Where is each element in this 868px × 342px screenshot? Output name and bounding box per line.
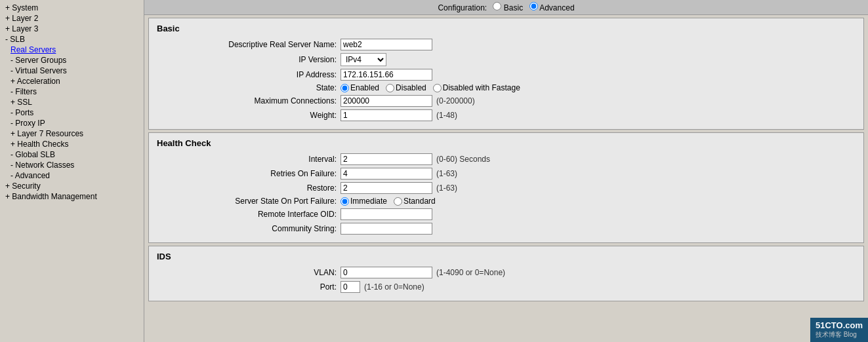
server-name-row: Descriptive Real Server Name: [157, 39, 856, 50]
sidebar: + System + Layer 2 + Layer 3 - SLB Real … [0, 0, 144, 342]
sidebar-item-virtual-servers[interactable]: - Virtual Servers [0, 66, 144, 76]
sidebar-item-security[interactable]: + Security [0, 181, 144, 191]
config-label: Configuration: [438, 3, 487, 12]
weight-label: Weight: [157, 111, 341, 120]
sidebar-item-server-groups[interactable]: - Server Groups [0, 55, 144, 66]
sidebar-item-acceleration[interactable]: + Acceleration [0, 76, 144, 86]
config-basic-radio-label[interactable]: Basic [493, 3, 525, 12]
ip-address-row: IP Address: [157, 69, 856, 81]
state-radio-group: Enabled Disabled Disabled with Fastage [341, 83, 520, 92]
sidebar-item-filters[interactable]: - Filters [0, 86, 144, 97]
state-label: State: [157, 83, 341, 92]
sidebar-item-proxy-ip[interactable]: - Proxy IP [0, 118, 144, 128]
state-enabled-radio[interactable] [341, 84, 349, 92]
retries-hint: (1-63) [436, 169, 457, 178]
vlan-input[interactable] [341, 267, 432, 278]
sidebar-item-advanced[interactable]: - Advanced [0, 170, 144, 181]
remote-oid-label: Remote Interface OID: [157, 210, 341, 219]
ids-section: IDS VLAN: (1-4090 or 0=None) Port: (1-16… [148, 246, 864, 301]
watermark-line2: 技术博客 Blog [816, 330, 863, 339]
sidebar-item-slb[interactable]: - SLB [0, 34, 144, 45]
port-hint: (1-16 or 0=None) [364, 282, 424, 292]
basic-section: Basic Descriptive Real Server Name: IP V… [148, 18, 864, 130]
state-disabled-radio[interactable] [386, 84, 394, 92]
community-string-input[interactable] [341, 223, 432, 235]
sidebar-item-real-servers[interactable]: Real Servers [0, 45, 144, 55]
weight-hint: (1-48) [436, 111, 457, 120]
weight-input[interactable] [341, 109, 432, 121]
server-name-input[interactable] [341, 39, 432, 50]
ip-address-label: IP Address: [157, 70, 341, 79]
remote-oid-input[interactable] [341, 208, 432, 220]
community-string-label: Community String: [157, 224, 341, 233]
restore-hint: (1-63) [436, 183, 457, 193]
sidebar-item-ports[interactable]: - Ports [0, 107, 144, 118]
sidebar-item-health-checks[interactable]: + Health Checks [0, 139, 144, 149]
interval-input[interactable] [341, 153, 432, 165]
port-failure-row: Server State On Port Failure: Immediate … [157, 197, 856, 206]
config-bar: Configuration: Basic Advanced [144, 0, 868, 15]
state-disabled-label[interactable]: Disabled [386, 83, 426, 92]
port-label: Port: [157, 282, 341, 292]
vlan-row: VLAN: (1-4090 or 0=None) [157, 267, 856, 278]
state-disabled-fastage-label[interactable]: Disabled with Fastage [433, 83, 520, 92]
interval-label: Interval: [157, 155, 341, 164]
port-failure-radio-group: Immediate Standard [341, 197, 436, 206]
sidebar-item-global-slb[interactable]: - Global SLB [0, 149, 144, 160]
sidebar-item-layer3[interactable]: + Layer 3 [0, 24, 144, 34]
weight-row: Weight: (1-48) [157, 109, 856, 121]
retries-label: Retries On Failure: [157, 169, 341, 178]
remote-oid-row: Remote Interface OID: [157, 208, 856, 220]
ids-title: IDS [157, 252, 856, 261]
port-row: Port: (1-16 or 0=None) [157, 281, 856, 293]
restore-input[interactable] [341, 182, 432, 194]
retries-input[interactable] [341, 168, 432, 180]
interval-hint: (0-60) Seconds [436, 155, 490, 164]
restore-row: Restore: (1-63) [157, 182, 856, 194]
port-failure-standard-radio[interactable] [394, 197, 402, 206]
sidebar-item-layer2[interactable]: + Layer 2 [0, 13, 144, 24]
sidebar-item-bandwidth-mgmt[interactable]: + Bandwidth Management [0, 191, 144, 202]
port-failure-immediate-label[interactable]: Immediate [341, 197, 387, 206]
ip-version-row: IP Version: IPv4 IPv6 [157, 53, 856, 66]
sidebar-item-ssl[interactable]: + SSL [0, 97, 144, 107]
config-advanced-radio-label[interactable]: Advanced [529, 3, 575, 12]
health-check-section: Health Check Interval: (0-60) Seconds Re… [148, 132, 864, 243]
community-string-row: Community String: [157, 223, 856, 235]
max-connections-row: Maximum Connections: (0-200000) [157, 95, 856, 107]
config-advanced-radio[interactable] [529, 2, 538, 10]
config-basic-radio[interactable] [493, 2, 501, 10]
watermark-line1: 51CTO.com [816, 320, 863, 330]
max-connections-hint: (0-200000) [436, 96, 475, 105]
state-disabled-fastage-radio[interactable] [433, 84, 442, 92]
interval-row: Interval: (0-60) Seconds [157, 153, 856, 165]
basic-section-title: Basic [157, 24, 856, 33]
sidebar-item-network-classes[interactable]: - Network Classes [0, 160, 144, 170]
server-name-label: Descriptive Real Server Name: [157, 40, 341, 49]
port-failure-standard-label[interactable]: Standard [394, 197, 436, 206]
max-connections-label: Maximum Connections: [157, 96, 341, 105]
state-row: State: Enabled Disabled Disabled with Fa… [157, 83, 856, 92]
state-enabled-label[interactable]: Enabled [341, 83, 379, 92]
main-content: Configuration: Basic Advanced Basic Desc… [144, 0, 868, 342]
ip-address-input[interactable] [341, 69, 432, 81]
sidebar-item-layer7-resources[interactable]: + Layer 7 Resources [0, 128, 144, 139]
watermark: 51CTO.com 技术博客 Blog [810, 318, 868, 342]
health-check-title: Health Check [157, 138, 856, 148]
sidebar-item-system[interactable]: + System [0, 3, 144, 13]
ip-version-label: IP Version: [157, 55, 341, 64]
vlan-label: VLAN: [157, 268, 341, 277]
port-input[interactable] [341, 281, 360, 293]
ip-version-select[interactable]: IPv4 IPv6 [341, 53, 386, 66]
port-failure-immediate-radio[interactable] [341, 197, 349, 206]
restore-label: Restore: [157, 183, 341, 193]
port-failure-label: Server State On Port Failure: [157, 197, 341, 206]
retries-row: Retries On Failure: (1-63) [157, 168, 856, 180]
vlan-hint: (1-4090 or 0=None) [436, 268, 505, 277]
max-connections-input[interactable] [341, 95, 432, 107]
